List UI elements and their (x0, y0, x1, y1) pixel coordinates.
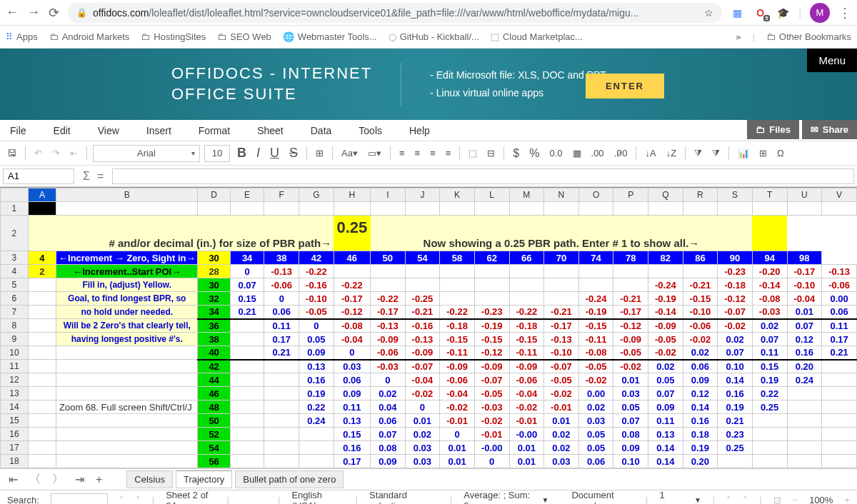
wrap-icon[interactable]: ⬚ (466, 146, 480, 160)
dec-decimal-icon[interactable]: .0̷0 (611, 146, 631, 160)
menu-data[interactable]: Data (311, 125, 332, 136)
apps-button[interactable]: ⠿Apps (6, 31, 38, 42)
tab-first-icon[interactable]: ⇤ (4, 473, 22, 486)
search-next-icon[interactable]: ˅ (136, 495, 141, 504)
col-header[interactable]: O (578, 188, 613, 202)
underline-button[interactable]: U (267, 144, 282, 162)
col-header[interactable]: F (264, 188, 299, 202)
tab-trajectory[interactable]: Trajectory (176, 470, 232, 488)
bookmarks-overflow[interactable]: » (736, 31, 741, 42)
border-icon[interactable]: ⊞ (313, 146, 326, 160)
zoom-fit-icon[interactable]: ⊡ (773, 495, 781, 504)
align-left-icon[interactable]: ≡ (396, 146, 408, 160)
other-bookmarks[interactable]: 🗀Other Bookmarks (766, 31, 851, 42)
tab-add-icon[interactable]: + (91, 473, 106, 486)
star-icon[interactable]: ☆ (704, 7, 713, 19)
zoom-up-icon[interactable]: ˄ (726, 495, 731, 504)
filter-icon[interactable]: ⧩ (691, 146, 705, 161)
pivot-icon[interactable]: ⊞ (756, 146, 770, 160)
row-header[interactable]: 1 (1, 202, 29, 216)
search-input[interactable] (51, 493, 108, 505)
col-header[interactable]: E (230, 188, 264, 202)
sort-asc-icon[interactable]: ↓A (642, 146, 658, 160)
tab-prev-icon[interactable]: 〈 (25, 472, 45, 487)
merge-icon[interactable]: ⊟ (484, 146, 498, 160)
font-size-select[interactable]: 10 (204, 145, 230, 162)
bookmark-item[interactable]: 🌐Webmaster Tools... (283, 31, 377, 42)
forward-button[interactable]: → (27, 5, 40, 20)
browser-menu-icon[interactable]: ⋮ (838, 5, 851, 21)
col-header[interactable]: J (405, 188, 440, 202)
col-header[interactable]: N (544, 188, 579, 202)
strike-button[interactable]: S (286, 144, 301, 162)
col-header[interactable]: L (474, 188, 509, 202)
col-header[interactable]: T (752, 188, 787, 202)
col-header[interactable]: A (28, 188, 56, 202)
bookmark-item[interactable]: ⬚Cloud Marketplac... (491, 31, 583, 42)
save-icon[interactable]: 🖫 (4, 146, 19, 160)
user-count[interactable]: 1 user (659, 490, 682, 505)
indent-icon[interactable]: ⇤ (67, 146, 81, 160)
col-header[interactable]: G (299, 188, 334, 202)
menu-insert[interactable]: Insert (146, 125, 171, 136)
col-header[interactable]: P (613, 188, 648, 202)
align-justify-icon[interactable]: ≡ (443, 146, 454, 160)
menu-format[interactable]: Format (199, 125, 230, 136)
ext-icon-grad[interactable]: 🎓 (776, 6, 791, 20)
date-icon[interactable]: ▦ (570, 146, 584, 160)
col-header[interactable]: R (683, 188, 718, 202)
bookmark-item[interactable]: ◌GitHub - Kickball/... (389, 31, 479, 42)
font-family-select[interactable]: Arial (93, 145, 200, 162)
font-color-icon[interactable]: Aa▾ (339, 146, 361, 160)
cell[interactable] (28, 202, 56, 216)
corner-cell[interactable] (1, 188, 29, 202)
zoom-down-icon[interactable]: ˅ (743, 495, 748, 504)
formula-input[interactable] (112, 168, 854, 184)
selection-mode[interactable]: Standard selection (369, 490, 438, 505)
tab-bullet-path[interactable]: Bullet path of one zero (235, 470, 344, 488)
filter2-icon[interactable]: ⧩ (709, 146, 723, 161)
cell-reference-input[interactable] (3, 168, 74, 184)
enter-button[interactable]: ENTER (586, 74, 664, 99)
align-center-icon[interactable]: ≡ (412, 146, 424, 160)
align-right-icon[interactable]: ≡ (427, 146, 438, 160)
url-bar[interactable]: 🔒 offidocs.com/loleaflet/dist/loleaflet.… (68, 3, 722, 23)
sort-desc-icon[interactable]: ↓Z (663, 146, 679, 160)
col-header[interactable]: D (198, 188, 230, 202)
profile-avatar[interactable]: M (810, 3, 830, 23)
equals-icon[interactable]: = (97, 170, 104, 183)
tab-last-icon[interactable]: ⇥ (71, 473, 89, 486)
bookmark-folder[interactable]: 🗀Android Markets (49, 31, 130, 42)
menu-edit[interactable]: Edit (54, 125, 71, 136)
col-header[interactable]: U (787, 188, 822, 202)
menu-sheet[interactable]: Sheet (257, 125, 284, 136)
files-button[interactable]: 🗀Files (747, 120, 799, 139)
tab-celsius[interactable]: Celsius (126, 470, 173, 488)
zoom-in-icon[interactable]: + (844, 495, 850, 504)
col-header[interactable]: K (440, 188, 475, 202)
col-header[interactable]: Q (648, 188, 683, 202)
menu-help[interactable]: Help (409, 125, 430, 136)
zoom-level[interactable]: 100% (809, 495, 833, 504)
sum-icon[interactable]: Σ (83, 170, 90, 183)
bookmark-folder[interactable]: 🗀SEO Web (217, 31, 271, 42)
undo-icon[interactable]: ↶ (31, 146, 45, 160)
row-header[interactable]: 2 (1, 216, 29, 251)
col-header[interactable]: H (334, 188, 370, 202)
col-header[interactable]: M (509, 188, 544, 202)
col-header[interactable]: V (822, 188, 857, 202)
col-header[interactable]: I (371, 188, 406, 202)
ext-icon-opera[interactable]: O5 (753, 6, 768, 20)
zoom-out-icon[interactable]: − (793, 495, 798, 504)
italic-button[interactable]: I (254, 144, 263, 162)
bold-button[interactable]: B (234, 144, 249, 162)
number-icon[interactable]: 0.0 (546, 146, 565, 160)
tab-next-icon[interactable]: 〉 (48, 472, 68, 487)
share-button[interactable]: ✉Share (802, 120, 857, 139)
col-header[interactable]: B (56, 188, 198, 202)
inc-decimal-icon[interactable]: .00 (588, 146, 607, 160)
ext-icon-grid[interactable]: ▦ (731, 6, 745, 20)
currency-icon[interactable]: $ (510, 146, 522, 161)
search-prev-icon[interactable]: ˄ (119, 495, 124, 504)
menu-view[interactable]: View (98, 125, 119, 136)
